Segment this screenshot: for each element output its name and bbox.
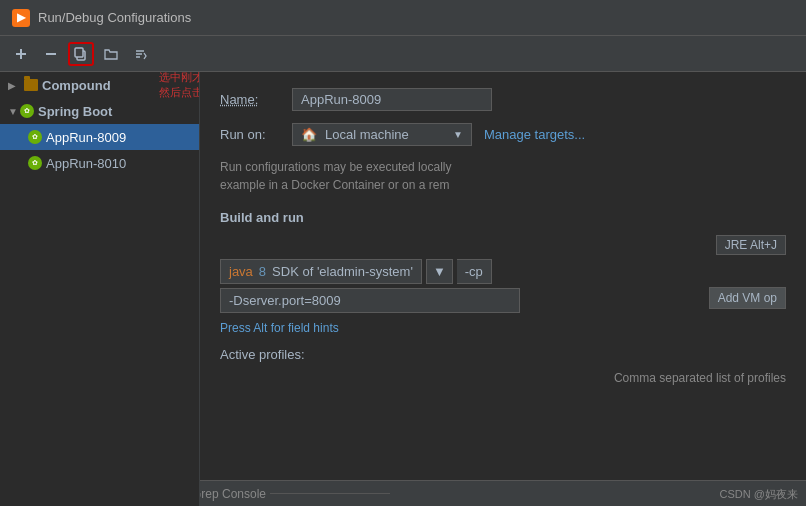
- compound-folder-icon: [24, 79, 38, 91]
- name-label: Name:: [220, 92, 280, 107]
- java-row: java 8 SDK of 'eladmin-system' ▼ -cp Add…: [220, 259, 786, 284]
- profiles-hint: Comma separated list of profiles: [220, 370, 786, 385]
- build-and-run-title: Build and run: [220, 210, 786, 225]
- java-version: 8: [259, 264, 266, 279]
- run-on-value: Local machine: [325, 127, 409, 142]
- grep-console-label: Grep Console: [200, 487, 266, 501]
- dropdown-arrow-icon: ▼: [433, 264, 446, 279]
- jre-hint-row: JRE Alt+J: [220, 235, 786, 255]
- sdk-text: SDK of 'eladmin-system': [272, 264, 413, 279]
- port-input[interactable]: [220, 288, 520, 313]
- apprun-8009-label: AppRun-8009: [46, 130, 126, 145]
- press-alt-hint: Press Alt for field hints: [220, 321, 786, 335]
- vm-suffix: -cp: [457, 259, 492, 284]
- toolbar: [0, 36, 806, 72]
- active-profiles-label: Active profiles:: [220, 347, 305, 362]
- copy-button[interactable]: [68, 42, 94, 66]
- add-vm-tooltip: Add VM op: [709, 287, 786, 309]
- name-input[interactable]: [292, 88, 492, 111]
- sort-button[interactable]: [128, 42, 154, 66]
- manage-targets-link[interactable]: Manage targets...: [484, 127, 585, 142]
- apprun-8010-item[interactable]: ✿ AppRun-8010: [0, 150, 199, 176]
- title-bar: ▶ Run/Debug Configurations: [0, 0, 806, 36]
- main-layout: ▶ Compound 选中刚才的AppRun-8009 然后点击这个复制按钮 ▼…: [0, 72, 806, 506]
- compound-arrow: ▶: [8, 80, 20, 91]
- apprun-8009-item[interactable]: ✿ AppRun-8009: [0, 124, 199, 150]
- sdk-dropdown[interactable]: ▼: [426, 259, 453, 284]
- jre-badge: JRE Alt+J: [716, 235, 786, 255]
- compound-label: Compound: [42, 78, 111, 93]
- svg-rect-4: [75, 48, 83, 57]
- app-icon: ▶: [12, 9, 30, 27]
- active-profiles-row: Active profiles:: [220, 347, 786, 362]
- apprun-8010-label: AppRun-8010: [46, 156, 126, 171]
- home-icon: 🏠: [301, 127, 317, 142]
- spring-boot-row[interactable]: ▼ ✿ Spring Boot: [0, 98, 199, 124]
- spring-boot-icon: ✿: [20, 104, 34, 118]
- watermark: CSDN @妈夜来: [720, 487, 798, 502]
- java-keyword: java: [229, 264, 253, 279]
- dialog-title: Run/Debug Configurations: [38, 10, 191, 25]
- name-row: Name:: [220, 88, 786, 111]
- compound-row[interactable]: ▶ Compound 选中刚才的AppRun-8009 然后点击这个复制按钮: [0, 72, 199, 98]
- run-on-label: Run on:: [220, 127, 280, 142]
- spring-boot-arrow: ▼: [0, 106, 20, 117]
- compound-annotation: 选中刚才的AppRun-8009 然后点击这个复制按钮: [159, 72, 200, 100]
- java-input[interactable]: java 8 SDK of 'eladmin-system': [220, 259, 422, 284]
- vm-cp-text: -cp: [465, 264, 483, 279]
- run-on-row: Run on: 🏠 Local machine ▼ Manage targets…: [220, 123, 786, 146]
- grep-console-bar: Grep Console: [200, 480, 806, 506]
- add-button[interactable]: [8, 42, 34, 66]
- run-on-dropdown[interactable]: 🏠 Local machine ▼: [292, 123, 472, 146]
- move-to-folder-button[interactable]: [98, 42, 124, 66]
- chevron-down-icon: ▼: [453, 129, 463, 140]
- run-description: Run configurations may be executed local…: [220, 158, 786, 194]
- apprun-8010-icon: ✿: [28, 156, 42, 170]
- configuration-tree: ▶ Compound 选中刚才的AppRun-8009 然后点击这个复制按钮 ▼…: [0, 72, 200, 506]
- configuration-form: Name: Run on: 🏠 Local machine ▼ Manage t…: [200, 72, 806, 506]
- apprun-8009-icon: ✿: [28, 130, 42, 144]
- remove-button[interactable]: [38, 42, 64, 66]
- spring-boot-label: Spring Boot: [38, 104, 112, 119]
